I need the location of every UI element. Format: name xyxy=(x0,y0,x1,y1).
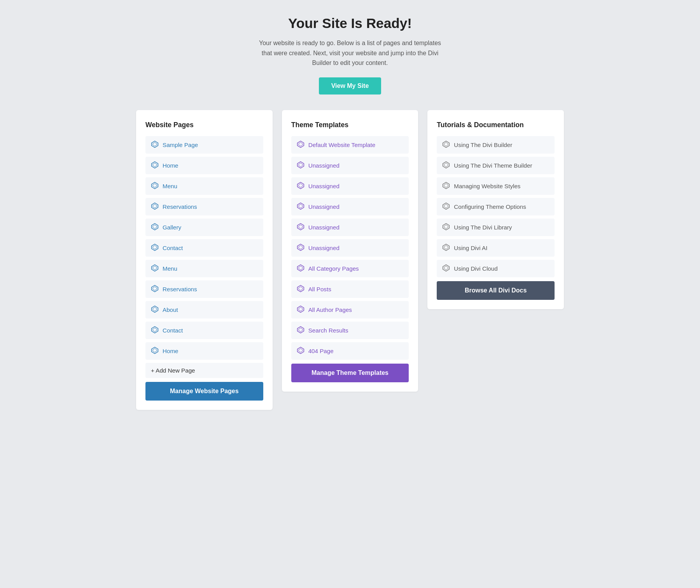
theme-template-item[interactable]: Unassigned xyxy=(291,198,409,215)
svg-marker-8 xyxy=(152,223,158,230)
template-item-label: Search Results xyxy=(308,327,348,334)
svg-marker-14 xyxy=(152,285,158,292)
divi-icon xyxy=(297,140,304,149)
theme-templates-column: Theme Templates Default Website Template… xyxy=(282,110,418,392)
theme-template-item[interactable]: Default Website Template xyxy=(291,136,409,154)
page-item-label: Reservations xyxy=(163,286,197,292)
page-item-label: Menu xyxy=(163,183,177,189)
svg-marker-52 xyxy=(443,223,450,230)
svg-marker-10 xyxy=(152,244,158,250)
website-page-item[interactable]: Gallery xyxy=(145,219,263,236)
page-description: Your website is ready to go. Below is a … xyxy=(257,38,443,68)
divi-icon xyxy=(442,202,450,211)
svg-marker-18 xyxy=(152,326,158,333)
svg-marker-1 xyxy=(153,142,157,146)
theme-template-item[interactable]: All Author Pages xyxy=(291,301,409,318)
website-pages-list: Sample PageHomeMenuReservationsGalleryCo… xyxy=(145,136,263,360)
svg-marker-57 xyxy=(444,266,448,270)
theme-template-item[interactable]: Unassigned xyxy=(291,219,409,236)
tutorial-item[interactable]: Using The Divi Library xyxy=(437,219,555,236)
divi-icon xyxy=(442,243,450,252)
page-item-label: Contact xyxy=(163,245,183,251)
theme-template-item[interactable]: All Category Pages xyxy=(291,260,409,277)
page-item-label: Menu xyxy=(163,265,177,272)
svg-marker-41 xyxy=(299,328,303,332)
theme-template-item[interactable]: Search Results xyxy=(291,322,409,339)
theme-template-item[interactable]: Unassigned xyxy=(291,177,409,195)
divi-icon xyxy=(297,161,304,170)
manage-website-pages-button[interactable]: Manage Website Pages xyxy=(145,382,263,401)
website-page-item[interactable]: Reservations xyxy=(145,280,263,298)
website-page-item[interactable]: Sample Page xyxy=(145,136,263,154)
tutorial-item[interactable]: Using Divi Cloud xyxy=(437,260,555,277)
template-item-label: Unassigned xyxy=(308,224,340,231)
svg-marker-25 xyxy=(299,163,303,167)
svg-marker-6 xyxy=(152,203,158,209)
theme-templates-title: Theme Templates xyxy=(291,121,409,129)
website-page-item[interactable]: Home xyxy=(145,157,263,174)
website-page-item[interactable]: Menu xyxy=(145,177,263,195)
tutorial-item-label: Using The Divi Library xyxy=(454,224,512,231)
manage-theme-templates-button[interactable]: Manage Theme Templates xyxy=(291,364,409,382)
page-item-label: Gallery xyxy=(163,224,181,231)
svg-marker-30 xyxy=(297,223,304,230)
divi-icon xyxy=(297,182,304,191)
theme-template-item[interactable]: All Posts xyxy=(291,280,409,298)
page-item-label: Home xyxy=(163,348,178,354)
svg-marker-26 xyxy=(297,182,304,189)
website-page-item[interactable]: About xyxy=(145,301,263,318)
website-page-item[interactable]: Reservations xyxy=(145,198,263,215)
website-page-item[interactable]: Menu xyxy=(145,260,263,277)
page-item-label: Contact xyxy=(163,327,183,334)
svg-marker-48 xyxy=(443,182,450,189)
svg-marker-21 xyxy=(153,348,157,352)
svg-marker-37 xyxy=(299,287,303,290)
view-site-button[interactable]: View My Site xyxy=(319,77,382,94)
tutorials-list: Using The Divi BuilderUsing The Divi The… xyxy=(437,136,555,277)
tutorial-item-label: Using Divi Cloud xyxy=(454,265,497,272)
tutorials-column: Tutorials & Documentation Using The Divi… xyxy=(427,110,564,309)
divi-icon xyxy=(442,161,450,170)
svg-marker-38 xyxy=(297,306,304,312)
page-item-label: About xyxy=(163,306,178,313)
svg-marker-33 xyxy=(299,245,303,249)
page-title: Your Site Is Ready! xyxy=(136,16,564,31)
theme-template-item[interactable]: Unassigned xyxy=(291,239,409,257)
website-page-item[interactable]: Contact xyxy=(145,239,263,257)
svg-marker-29 xyxy=(299,204,303,208)
browse-all-docs-button[interactable]: Browse All Divi Docs xyxy=(437,281,555,300)
theme-template-item[interactable]: 404 Page xyxy=(291,342,409,360)
template-item-label: Unassigned xyxy=(308,203,340,210)
add-page-label: + Add New Page xyxy=(151,367,195,374)
tutorial-item[interactable]: Managing Website Styles xyxy=(437,177,555,195)
divi-icon xyxy=(151,326,159,335)
tutorial-item[interactable]: Using The Divi Theme Builder xyxy=(437,157,555,174)
tutorial-item[interactable]: Using Divi AI xyxy=(437,239,555,257)
divi-icon xyxy=(151,223,159,232)
svg-marker-11 xyxy=(153,245,157,249)
add-new-page-item[interactable]: + Add New Page xyxy=(145,363,263,378)
divi-icon xyxy=(151,243,159,252)
svg-marker-39 xyxy=(299,307,303,311)
svg-marker-15 xyxy=(153,287,157,290)
theme-template-item[interactable]: Unassigned xyxy=(291,157,409,174)
divi-icon xyxy=(442,264,450,273)
svg-marker-51 xyxy=(444,204,448,208)
svg-marker-55 xyxy=(444,245,448,249)
tutorial-item[interactable]: Configuring Theme Options xyxy=(437,198,555,215)
divi-icon xyxy=(297,346,304,355)
svg-marker-45 xyxy=(444,142,448,146)
template-item-label: Unassigned xyxy=(308,162,340,169)
template-item-label: All Author Pages xyxy=(308,306,352,313)
tutorial-item[interactable]: Using The Divi Builder xyxy=(437,136,555,154)
divi-icon xyxy=(297,326,304,335)
divi-icon xyxy=(151,305,159,314)
website-page-item[interactable]: Home xyxy=(145,342,263,360)
tutorial-item-label: Managing Website Styles xyxy=(454,183,520,189)
page-wrapper: Your Site Is Ready! Your website is read… xyxy=(136,16,564,410)
divi-icon xyxy=(297,243,304,252)
template-item-label: Unassigned xyxy=(308,183,340,189)
website-page-item[interactable]: Contact xyxy=(145,322,263,339)
divi-icon xyxy=(151,202,159,211)
svg-marker-40 xyxy=(297,326,304,333)
